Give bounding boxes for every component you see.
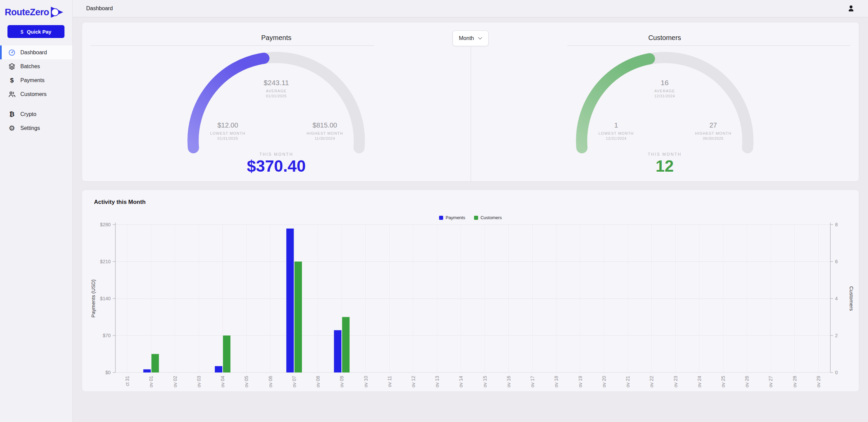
svg-text:ov 03: ov 03 [196, 376, 202, 387]
dashboard-gauge-icon [8, 49, 16, 56]
svg-text:Customers: Customers [849, 286, 854, 311]
svg-text:ov 27: ov 27 [768, 376, 773, 387]
chevron-down-icon [478, 37, 482, 40]
sidebar-nav: Dashboard Batches $ Payments [0, 45, 72, 135]
sidebar-group-divider [0, 101, 72, 107]
content-area: Month Payments $243.11 AVERAGE 01/31/ [73, 17, 868, 392]
lowest-date: 01/31/2025 [197, 136, 258, 140]
customers-gauge-panel: Customers 16 AVERAGE 12/31/2024 1 LOWEST… [471, 22, 859, 181]
main-column: Dashboard Month Pa [73, 0, 868, 422]
dollar-icon: $ [8, 77, 16, 83]
gauge-lowest-block: $12.00 LOWEST MONTH 01/31/2025 [197, 121, 258, 140]
user-avatar-icon[interactable] [847, 4, 855, 13]
average-date: 01/31/2025 [181, 94, 371, 98]
svg-text:ov 25: ov 25 [720, 376, 726, 387]
customers-gauge: 16 AVERAGE 12/31/2024 1 LOWEST MONTH 12/… [570, 52, 760, 154]
svg-text:ov 10: ov 10 [363, 376, 369, 387]
svg-text:ov 16: ov 16 [506, 376, 511, 387]
svg-text:ov 05: ov 05 [244, 376, 249, 387]
lowest-date: 12/31/2024 [586, 136, 647, 140]
gauge-highest-block: 27 HIGHEST MONTH 06/30/2025 [683, 121, 744, 140]
gauges-card: Month Payments $243.11 AVERAGE 01/31/ [82, 22, 859, 181]
lowest-label: LOWEST MONTH [197, 131, 258, 135]
highest-value: 27 [683, 121, 744, 129]
average-date: 12/31/2024 [570, 94, 760, 98]
this-month-value: $370.40 [82, 158, 471, 174]
customers-bar[interactable] [295, 262, 302, 372]
sidebar-item-label: Customers [20, 91, 46, 97]
payments-gauge: $243.11 AVERAGE 01/31/2025 $12.00 LOWEST… [181, 52, 371, 154]
payments-gauge-panel: Payments $243.11 AVERAGE 01/31/2025 $12.… [82, 22, 471, 181]
payments-bar[interactable] [143, 369, 151, 372]
lowest-label: LOWEST MONTH [586, 131, 647, 135]
svg-text:Payments (USD): Payments (USD) [90, 280, 96, 318]
title-rule [567, 45, 851, 46]
gauge-lowest-block: 1 LOWEST MONTH 12/31/2024 [586, 121, 647, 140]
svg-text:ov 17: ov 17 [530, 376, 535, 387]
svg-text:ov 26: ov 26 [744, 376, 750, 387]
people-icon [8, 91, 16, 98]
svg-text:$280: $280 [100, 222, 111, 227]
sidebar-item-label: Dashboard [20, 50, 47, 56]
svg-text:6: 6 [835, 259, 838, 264]
topbar: Dashboard [73, 0, 868, 17]
svg-text:ov 19: ov 19 [578, 376, 583, 387]
period-select[interactable]: Month [452, 31, 488, 46]
brand-name: RouteZero [5, 7, 49, 18]
sidebar-item-settings[interactable]: ⚙ Settings [0, 121, 72, 135]
svg-text:ov 23: ov 23 [673, 376, 678, 387]
sidebar-item-label: Payments [20, 77, 44, 83]
this-month-label: THIS MONTH [82, 152, 471, 157]
average-label: AVERAGE [570, 89, 760, 93]
svg-text:ov 28: ov 28 [792, 376, 797, 387]
brand-arrow-icon [50, 5, 64, 19]
quick-pay-label: Quick Pay [27, 29, 52, 35]
sidebar-item-dashboard[interactable]: Dashboard [0, 45, 72, 59]
gauge-highest-block: $815.00 HIGHEST MONTH 11/30/2024 [294, 121, 355, 140]
svg-text:$210: $210 [100, 259, 111, 264]
lowest-value: $12.00 [197, 121, 258, 129]
svg-text:ov 11: ov 11 [387, 376, 392, 387]
app-root: RouteZero $ Quick Pay [0, 0, 868, 422]
svg-text:ov 18: ov 18 [553, 376, 559, 387]
gauge-title: Customers [471, 34, 859, 42]
this-month-label: THIS MONTH [471, 152, 859, 157]
svg-text:ov 04: ov 04 [220, 376, 225, 387]
sidebar-item-customers[interactable]: Customers [0, 87, 72, 101]
sidebar-item-batches[interactable]: Batches [0, 59, 72, 73]
svg-text:ov 12: ov 12 [411, 376, 416, 387]
customers-bar[interactable] [342, 317, 350, 373]
quick-pay-button[interactable]: $ Quick Pay [7, 25, 64, 38]
svg-text:ov 21: ov 21 [625, 376, 630, 387]
svg-text:ov 08: ov 08 [315, 376, 321, 387]
lowest-value: 1 [586, 121, 647, 129]
payments-bar[interactable] [286, 229, 294, 372]
svg-text:0: 0 [835, 370, 838, 375]
svg-text:ov 15: ov 15 [482, 376, 488, 387]
svg-text:4: 4 [835, 296, 838, 301]
this-month-value: 12 [471, 158, 859, 174]
sidebar-item-crypto[interactable]: ₿ Crypto [0, 107, 72, 121]
svg-text:$140: $140 [100, 296, 111, 301]
gear-icon: ⚙ [8, 124, 16, 132]
average-value: 16 [570, 79, 760, 87]
payments-bar[interactable] [334, 330, 341, 372]
payments-bar[interactable] [215, 366, 222, 372]
period-select-value: Month [459, 35, 474, 41]
svg-text:ov 07: ov 07 [291, 376, 297, 387]
sidebar: RouteZero $ Quick Pay [0, 0, 73, 422]
activity-bar-chart: $00$702$1404$2106$2808ct 31ov 01ov 02ov … [82, 190, 859, 392]
highest-date: 06/30/2025 [683, 136, 744, 140]
customers-bar[interactable] [223, 335, 230, 372]
this-month-block: THIS MONTH $370.40 [82, 152, 471, 174]
svg-text:ov 01: ov 01 [148, 376, 154, 387]
highest-label: HIGHEST MONTH [294, 131, 355, 135]
svg-text:ov 22: ov 22 [649, 376, 654, 387]
svg-text:ov 24: ov 24 [697, 376, 702, 387]
sidebar-item-payments[interactable]: $ Payments [0, 73, 72, 87]
average-label: AVERAGE [181, 89, 371, 93]
brand-logo[interactable]: RouteZero [0, 0, 72, 21]
customers-bar[interactable] [151, 354, 159, 373]
layers-icon [8, 63, 16, 70]
svg-text:ct 31: ct 31 [125, 376, 130, 386]
